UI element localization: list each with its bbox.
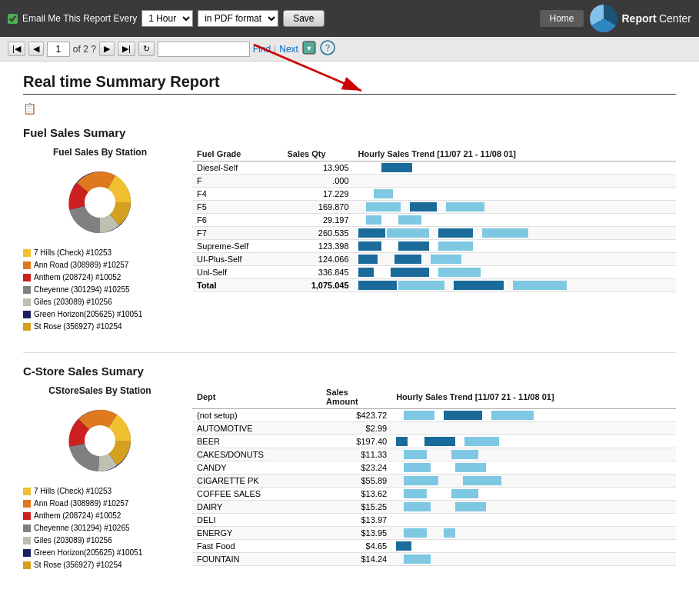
cstore-trend-cell [391,553,676,566]
cstore-trend-cell [391,527,676,540]
fuel-section-title: Fuel Sales Sumary [23,126,676,139]
cstore-legend-label-3: Anthem (208724) #10052 [34,510,121,522]
fuel-col-qty: Sales Qty [282,147,353,161]
fuel-section-content: Fuel Sales By Station [23,147,676,333]
nav-prev-button[interactable]: ◀ [28,42,44,56]
legend-label-6: Green Horizon(205625) #10051 [34,308,142,321]
table-row: Total1,075.045 [192,279,676,292]
email-checkbox[interactable] [8,14,18,24]
cstore-amount-cell: $197.40 [321,435,391,448]
legend-item: Green Horizon(205625) #10051 [23,308,177,321]
svg-point-9 [85,425,115,456]
table-row: (not setup)$423.72 [192,409,676,422]
find-button[interactable]: Find [253,44,271,55]
cstore-dept-cell: DELI [192,514,321,527]
fuel-qty-cell: 29.197 [282,214,353,227]
cstore-data-table: Dept SalesAmount Hourly Sales Trend [11/… [192,385,676,571]
hour-select[interactable]: 1 Hour [141,10,193,27]
cstore-dept-cell: (not setup) [192,409,321,422]
fuel-grade-cell: F [192,175,282,188]
cstore-amount-cell: $55.89 [321,474,391,488]
fuel-trend-cell [354,279,676,292]
find-input[interactable] [158,42,250,57]
legend-item: St Rose (356927) #10254 [23,559,177,571]
cstore-legend: 7 Hills (Check) #10253 Ann Road (308989)… [23,485,177,571]
fuel-grade-cell: F6 [192,214,282,227]
home-button[interactable]: Home [540,10,583,27]
cstore-legend-color-6 [23,549,31,557]
table-row: Supreme-Self123.398 [192,240,676,253]
cstore-amount-cell: $14.24 [321,553,391,566]
fuel-legend: 7 Hills (Check) #10253 Ann Road (308989)… [23,247,177,333]
table-row: F417.229 [192,188,676,201]
table-row: F5169.870 [192,201,676,214]
table-row: BEER$197.40 [192,435,676,448]
cstore-trend-cell [391,488,676,501]
format-select[interactable]: in PDF format [198,10,278,27]
cstore-amount-cell: $15.25 [321,501,391,514]
toolbar-left: Email Me This Report Every 1 Hour in PDF… [8,10,325,27]
help-button[interactable]: ? [320,40,335,58]
fuel-col-grade: Fuel Grade [192,147,282,161]
table-row: CAKES/DONUTS$11.33 [192,448,676,461]
legend-item: Green Horizon(205625) #10051 [23,547,177,559]
fuel-qty-cell: 123.398 [282,240,353,253]
fuel-qty-cell: 17.229 [282,188,353,201]
legend-label-4: Cheyenne (301294) #10255 [34,284,130,296]
table-row: Unl-Self336.845 [192,266,676,279]
fuel-grade-cell: UI-Plus-Self [192,253,282,266]
cstore-col-amount: SalesAmount [321,385,391,409]
cstore-amount-cell: $11.33 [321,448,391,461]
fuel-chart-area: Fuel Sales By Station [23,147,177,333]
nav-last-button[interactable]: ▶| [118,42,135,56]
fuel-grade-cell: Supreme-Self [192,240,282,253]
fuel-col-trend: Hourly Sales Trend [11/07 21 - 11/08 01] [354,147,676,161]
cstore-table-header-row: Dept SalesAmount Hourly Sales Trend [11/… [192,385,676,409]
nav-bar: |◀ ◀ of 2 ? ▶ ▶| ↻ Find | Next ▼ ? [0,37,699,62]
report-title: Real time Summary Report [23,73,676,91]
cstore-trend-cell [391,501,676,514]
fuel-trend-cell [354,253,676,266]
cstore-trend-cell [391,422,676,435]
fuel-grade-cell: Diesel-Self [192,161,282,175]
cstore-dept-cell: CAKES/DONUTS [192,448,321,461]
cstore-col-trend: Hourly Sales Trend [11/07 21 - 11/08 01] [391,385,676,409]
table-row: DAIRY$15.25 [192,501,676,514]
cstore-trend-cell [391,540,676,553]
fuel-qty-cell: 336.845 [282,266,353,279]
cstore-legend-color-2 [23,500,31,508]
fuel-grade-cell: Unl-Self [192,266,282,279]
table-row: F629.197 [192,214,676,227]
next-button[interactable]: Next [279,44,298,55]
cstore-pie-container [23,402,177,479]
cstore-trend-cell [391,514,676,527]
export-button[interactable]: ▼ [301,40,317,58]
report-icon: 📋 [23,102,676,115]
toolbar-right: Home Report Center [540,5,691,32]
svg-point-7 [85,187,115,218]
page-input[interactable] [47,42,70,57]
fuel-trend-cell [354,188,676,201]
save-button[interactable]: Save [283,10,324,27]
cstore-dept-cell: BEER [192,435,321,448]
nav-refresh-button[interactable]: ↻ [138,42,155,56]
legend-label-7: St Rose (356927) #10254 [34,321,122,333]
fuel-chart-title: Fuel Sales By Station [23,147,177,158]
cstore-dept-cell: CIGARETTE PK [192,474,321,488]
table-row: CIGARETTE PK$55.89 [192,474,676,488]
cstore-amount-cell: $13.95 [321,527,391,540]
table-row: Diesel-Self13.905 [192,161,676,175]
table-row: Fast Food$4.65 [192,540,676,553]
legend-item: Ann Road (308989) #10257 [23,259,177,271]
legend-item: Cheyenne (301294) #10255 [23,284,177,296]
cstore-dept-cell: DAIRY [192,501,321,514]
cstore-dept-cell: Fast Food [192,540,321,553]
nav-next-button[interactable]: ▶ [99,42,115,56]
table-row: ENERGY$13.95 [192,527,676,540]
nav-first-button[interactable]: |◀ [8,42,25,56]
legend-label-2: Ann Road (308989) #10257 [34,259,128,271]
cstore-section-title: C-Store Sales Sumary [23,365,676,378]
logo-text: Report Center [622,12,692,25]
fuel-qty-cell: 13.905 [282,161,353,175]
fuel-trend-cell [354,240,676,253]
